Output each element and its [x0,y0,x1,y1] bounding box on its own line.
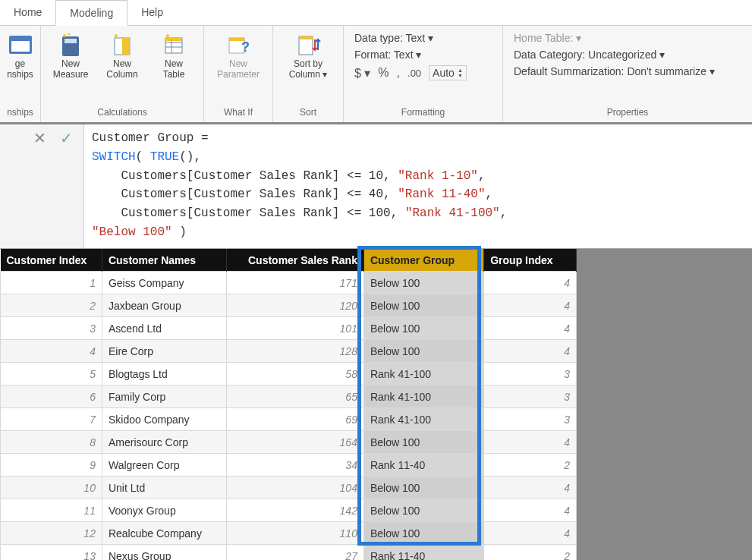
cell-index: 11 [1,499,102,522]
cell-group: Below 100 [363,294,483,317]
cell-name: Nexus Group [102,545,226,560]
cell-index: 6 [1,385,102,408]
default-summarization-dropdown[interactable]: Default Summarization: Don't summarize ▾ [514,65,741,77]
table-row[interactable]: 13Nexus Group27Rank 11-402 [1,545,577,560]
cell-group-index: 4 [484,294,577,317]
code-string: "Rank 41-100" [405,206,500,220]
cell-index: 10 [1,477,102,499]
cell-name: Family Corp [102,385,226,408]
cell-name: Realcube Company [102,522,226,545]
relationships-icon [7,32,34,59]
cell-name: Ascend Ltd [102,317,226,340]
table-row[interactable]: 9Walgreen Corp34Rank 11-402 [1,454,577,477]
sort-by-column-button[interactable]: Sort by Column ▾ [279,29,337,83]
cell-rank: 65 [227,385,364,408]
table-icon [160,32,187,59]
new-parameter-button[interactable]: ? New Parameter [210,29,266,83]
cell-group: Below 100 [363,522,483,545]
table-row[interactable]: 10Unit Ltd104Below 1004 [1,477,577,499]
data-type-dropdown[interactable]: Data type: Text ▾ [354,32,492,44]
header-customer-names[interactable]: Customer Names [102,249,226,272]
group-formatting: Data type: Text ▾ Format: Text ▾ $ ▾ % ,… [344,26,503,122]
cell-group-index: 2 [484,454,577,477]
cell-index: 9 [1,454,102,477]
cell-index: 3 [1,317,102,340]
cell-group-index: 4 [484,499,577,522]
percent-button[interactable]: % [378,66,389,80]
table-row[interactable]: 8Amerisourc Corp164Below 1004 [1,431,577,454]
code-text: Customers[Customer Sales Rank] <= 40, [92,187,398,201]
home-table-dropdown[interactable]: Home Table: ▾ [514,32,741,44]
tab-bar: Home Modeling Help [0,0,752,26]
table-row[interactable]: 11Voonyx Group142Below 1004 [1,499,577,522]
header-group-index[interactable]: Group Index [484,249,577,272]
new-column-button[interactable]: New Column [99,29,146,83]
code-text: Customers[Customer Sales Rank] <= 10, [92,169,398,183]
table-row[interactable]: 6Family Corp65Rank 41-1003 [1,385,577,408]
cell-name: Voonyx Group [102,499,226,522]
data-category-dropdown[interactable]: Data Category: Uncategorized ▾ [514,49,741,61]
tab-help[interactable]: Help [127,0,177,25]
table-row[interactable]: 12Realcube Company110Below 1004 [1,522,577,545]
cell-group-index: 2 [484,545,577,560]
table-row[interactable]: 7Skidoo Company69Rank 41-1003 [1,408,577,431]
cell-rank: 34 [227,454,364,477]
svg-point-15 [166,34,169,37]
cell-group: Rank 11-40 [363,545,483,560]
formula-editor[interactable]: Customer Group = SWITCH( TRUE(), Custome… [83,124,752,248]
code-string: "Rank 11-40" [398,187,485,201]
code-text: , [500,206,508,220]
cell-group-index: 4 [484,340,577,363]
table-row[interactable]: 1Geiss Company171Below 1004 [1,272,577,294]
code-text: ( [136,150,150,164]
header-customer-sales-rank[interactable]: Customer Sales Rank [227,249,364,272]
new-measure-button[interactable]: New Measure [47,29,94,83]
format-dropdown[interactable]: Format: Text ▾ [354,49,492,61]
cell-group-index: 3 [484,408,577,431]
header-customer-group[interactable]: Customer Group [363,249,483,272]
new-table-button[interactable]: New Table [150,29,197,83]
svg-rect-8 [122,38,130,55]
cell-group: Rank 41-100 [363,408,483,431]
cell-name: Unit Ltd [102,477,226,499]
cell-rank: 142 [227,499,364,522]
tab-home[interactable]: Home [0,0,55,25]
group-properties: Home Table: ▾ Data Category: Uncategoriz… [503,26,752,122]
group-label: nships [6,105,34,121]
code-keyword: TRUE [150,150,179,164]
column-icon [109,32,136,59]
manage-relationships-button[interactable]: ge nships [3,29,38,83]
cancel-formula-button[interactable]: ✕ [33,129,46,147]
table-row[interactable]: 4Eire Corp128Below 1004 [1,340,577,363]
header-customer-index[interactable]: Customer Index [1,249,102,272]
cell-rank: 171 [227,272,364,294]
stepper-icon: ▲▼ [458,68,463,78]
svg-point-6 [68,33,71,36]
commit-formula-button[interactable]: ✓ [60,129,73,147]
currency-button[interactable]: $ ▾ [354,66,370,80]
group-label: What If [210,105,266,121]
svg-rect-4 [65,39,77,43]
cell-name: Blogtags Ltd [102,363,226,385]
table-row[interactable]: 5Blogtags Ltd58Rank 41-1003 [1,363,577,385]
svg-rect-20 [299,36,313,39]
cell-group-index: 4 [484,522,577,545]
group-relationships: ge nships nships [0,26,41,122]
cell-name: Amerisourc Corp [102,431,226,454]
svg-text:?: ? [241,39,250,55]
cell-index: 12 [1,522,102,545]
formula-bar: ✕ ✓ Customer Group = SWITCH( TRUE(), Cus… [0,124,752,249]
decimal-places-input[interactable]: Auto ▲▼ [429,65,467,80]
table-row[interactable]: 2Jaxbean Group120Below 1004 [1,294,577,317]
button-label: nships [7,70,33,80]
table-row[interactable]: 3Ascend Ltd101Below 1004 [1,317,577,340]
decimal-button[interactable]: .00 [407,68,421,79]
comma-button[interactable]: , [397,66,400,80]
cell-name: Jaxbean Group [102,294,226,317]
cell-rank: 58 [227,363,364,385]
tab-modeling[interactable]: Modeling [55,0,127,26]
button-label: Sort by Column ▾ [289,59,328,80]
cell-group: Below 100 [363,431,483,454]
group-label: Sort [279,105,337,121]
svg-point-5 [63,34,66,37]
